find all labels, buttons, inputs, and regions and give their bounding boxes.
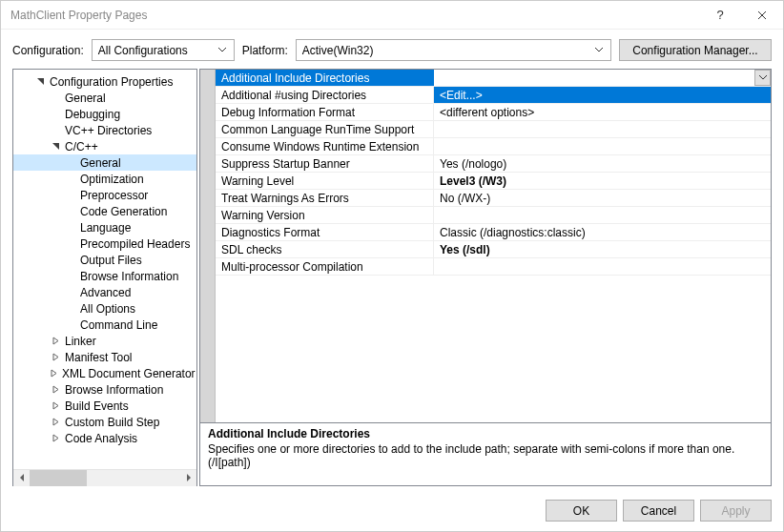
tree-item-label: Preprocessor <box>78 189 150 202</box>
scrollbar-track[interactable] <box>30 470 180 486</box>
property-name: Suppress Startup Banner <box>216 155 434 172</box>
property-row[interactable]: SDL checksYes (/sdl) <box>216 241 771 258</box>
twisty-closed-icon[interactable] <box>50 336 61 347</box>
property-name: Additional Include Directories <box>216 70 434 86</box>
scrollbar-thumb[interactable] <box>30 470 87 486</box>
chevron-down-icon <box>759 75 767 80</box>
property-value[interactable]: Level3 (/W3) <box>434 173 771 189</box>
twisty-none <box>65 319 76 331</box>
property-row[interactable]: Warning LevelLevel3 (/W3) <box>216 173 771 190</box>
tree-item-label: Browse Information <box>63 383 165 397</box>
property-value[interactable] <box>434 207 771 223</box>
scroll-right-button[interactable] <box>180 470 196 486</box>
platform-combo[interactable]: Active(Win32) <box>296 39 611 61</box>
property-row[interactable]: Common Language RunTime Support <box>216 121 771 138</box>
property-name: Multi-processor Compilation <box>216 258 434 275</box>
twisty-none <box>50 125 61 136</box>
tree-item[interactable]: XML Document Generator <box>13 365 196 381</box>
apply-button[interactable]: Apply <box>700 500 772 522</box>
property-value[interactable]: Classic (/diagnostics:classic) <box>434 224 771 240</box>
twisty-closed-icon[interactable] <box>50 417 61 428</box>
close-button[interactable] <box>741 1 783 30</box>
property-name: Treat Warnings As Errors <box>216 190 434 206</box>
property-row[interactable]: Additional Include Directories <box>216 70 771 87</box>
ok-label: OK <box>573 504 589 518</box>
property-row[interactable]: Additional #using Directories<Edit...> <box>216 87 771 104</box>
tree-item[interactable]: Code Analysis <box>13 430 196 446</box>
tree-item[interactable]: Build Events <box>13 398 196 414</box>
property-value-text: Classic (/diagnostics:classic) <box>440 226 586 239</box>
tree-item[interactable]: Code Generation <box>13 203 196 219</box>
property-name: Diagnostics Format <box>216 224 434 240</box>
twisty-closed-icon[interactable] <box>50 384 61 396</box>
twisty-open-icon[interactable] <box>34 76 46 88</box>
configuration-combo[interactable]: All Configurations <box>92 39 235 61</box>
tree-item[interactable]: Linker <box>13 333 196 349</box>
scroll-left-button[interactable] <box>13 470 30 486</box>
property-row[interactable]: Debug Information Format<different optio… <box>216 104 771 121</box>
tree-item[interactable]: General <box>13 90 196 106</box>
twisty-closed-icon[interactable] <box>50 400 61 412</box>
tree-item-label: Custom Build Step <box>63 416 161 429</box>
property-value[interactable]: No (/WX-) <box>434 190 771 206</box>
twisty-closed-icon[interactable] <box>50 433 61 444</box>
tree-item[interactable]: Output Files <box>13 252 196 268</box>
twisty-open-icon[interactable] <box>50 141 61 153</box>
tree-item[interactable]: Optimization <box>13 171 196 187</box>
tree-item-label: Linker <box>63 335 98 348</box>
cancel-button[interactable]: Cancel <box>623 500 694 522</box>
tree-item[interactable]: Command Line <box>13 317 196 333</box>
tree-item[interactable]: Browse Information <box>13 268 196 284</box>
tree-item[interactable]: Advanced <box>13 284 196 300</box>
description-title: Additional Include Directories <box>208 427 763 440</box>
tree-item[interactable]: Manifest Tool <box>13 349 196 365</box>
property-name: SDL checks <box>216 241 434 257</box>
property-value[interactable] <box>434 121 771 137</box>
help-button[interactable]: ? <box>699 1 741 30</box>
property-row[interactable]: Suppress Startup BannerYes (/nologo) <box>216 155 771 173</box>
configuration-manager-button[interactable]: Configuration Manager... <box>619 39 772 61</box>
twisty-closed-icon[interactable] <box>50 352 61 363</box>
property-row[interactable]: Warning Version <box>216 207 771 224</box>
chevron-down-icon <box>591 48 607 52</box>
property-value[interactable]: <Edit...> <box>434 87 771 103</box>
tree-item[interactable]: VC++ Directories <box>13 122 196 138</box>
tree-item[interactable]: Configuration Properties <box>13 73 196 90</box>
tree-item[interactable]: Browse Information <box>13 381 196 398</box>
apply-label: Apply <box>721 504 750 518</box>
titlebar: MathClient Property Pages ? <box>1 1 783 30</box>
tree-item-label: Precompiled Headers <box>78 237 192 251</box>
window-title: MathClient Property Pages <box>10 9 699 22</box>
property-value[interactable] <box>434 258 771 275</box>
tree-item[interactable]: Debugging <box>13 106 196 122</box>
tree[interactable]: Configuration PropertiesGeneralDebugging… <box>13 70 196 469</box>
dialog-window: MathClient Property Pages ? Configuratio… <box>0 0 784 532</box>
dialog-footer: OK Cancel Apply <box>1 492 783 531</box>
tree-item-label: Optimization <box>78 173 146 186</box>
tree-item[interactable]: Precompiled Headers <box>13 235 196 252</box>
tree-item[interactable]: Language <box>13 219 196 235</box>
property-value[interactable]: Yes (/sdl) <box>434 241 771 257</box>
property-row[interactable]: Consume Windows Runtime Extension <box>216 138 771 155</box>
ok-button[interactable]: OK <box>546 500 617 522</box>
property-row[interactable]: Treat Warnings As ErrorsNo (/WX-) <box>216 190 771 207</box>
tree-item-label: Browse Information <box>78 270 180 283</box>
property-value[interactable]: Yes (/nologo) <box>434 155 771 172</box>
twisty-closed-icon[interactable] <box>50 368 58 379</box>
property-value-text: Yes (/sdl) <box>440 243 490 256</box>
tree-item-label: Code Analysis <box>63 432 139 445</box>
triangle-left-icon <box>19 474 25 481</box>
property-value[interactable] <box>434 70 771 86</box>
dropdown-button[interactable] <box>754 70 771 86</box>
property-row[interactable]: Multi-processor Compilation <box>216 258 771 276</box>
tree-item[interactable]: C/C++ <box>13 138 196 154</box>
twisty-none <box>50 92 61 104</box>
horizontal-scrollbar[interactable] <box>13 469 196 485</box>
tree-item[interactable]: All Options <box>13 300 196 317</box>
tree-item[interactable]: Preprocessor <box>13 187 196 203</box>
tree-item[interactable]: General <box>13 154 196 171</box>
tree-item[interactable]: Custom Build Step <box>13 414 196 430</box>
property-value[interactable] <box>434 138 771 154</box>
property-row[interactable]: Diagnostics FormatClassic (/diagnostics:… <box>216 224 771 241</box>
property-value[interactable]: <different options> <box>434 104 771 120</box>
